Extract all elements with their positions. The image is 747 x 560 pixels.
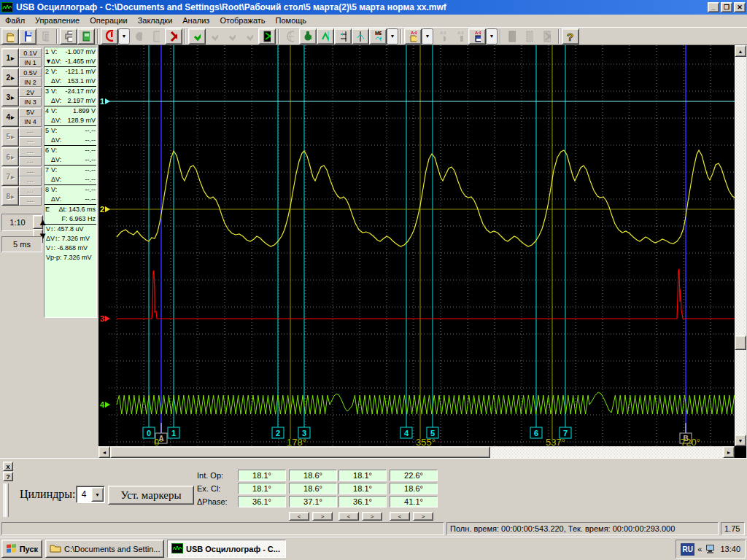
channel-7-range[interactable]: --- [19, 167, 42, 176]
horizontal-scroll-thumb[interactable] [110, 446, 490, 458]
phase-prev-button-0[interactable]: < [289, 512, 309, 521]
memory-button[interactable]: MEM [369, 28, 387, 44]
tray-collapse-arrow[interactable]: « [697, 545, 702, 553]
phase-next-button-2[interactable]: > [413, 512, 433, 521]
channel-7-input[interactable]: --- [19, 176, 42, 186]
channel-5-range[interactable]: --- [19, 128, 42, 137]
menu-Закладки[interactable]: Закладки [133, 15, 178, 26]
scroll-down-button[interactable]: ▼ [735, 435, 746, 446]
task-button-1[interactable]: USB Осциллограф - C... [167, 540, 286, 558]
menu-Управление[interactable]: Управление [30, 15, 85, 26]
phase-prev-button-1[interactable]: < [338, 512, 359, 521]
channel-6-button[interactable]: 6▶ [1, 147, 19, 166]
channel-1-zero-arrow-icon[interactable] [105, 98, 110, 104]
panel-close-button[interactable]: x [3, 462, 13, 471]
panel-help-button[interactable]: ? [3, 472, 13, 481]
scroll-up-button[interactable]: ▲ [735, 45, 746, 57]
scroll-right-button[interactable]: ► [723, 446, 735, 458]
phase-next-button-1[interactable]: > [362, 512, 382, 521]
oscilloscope-display[interactable]: 01234567AB0°178°355°537°720°1234 [98, 45, 735, 446]
channel-1-input[interactable]: IN 1 [19, 58, 42, 67]
time-marker-4-label: 4 [404, 429, 409, 438]
abc-display-button[interactable]: A:B+C [468, 28, 486, 44]
search-button[interactable] [299, 28, 317, 44]
menu-Отображать[interactable]: Отображать [214, 15, 270, 26]
cursor-wave-icon [357, 31, 364, 42]
ratio-up-button[interactable]: ▲ [33, 215, 43, 229]
channel-1-button[interactable]: 1▶ [1, 48, 19, 67]
help-button[interactable]: ? [562, 28, 579, 44]
channel-6-range[interactable]: --- [19, 147, 42, 157]
title-bar: USB Осциллограф - C:\Documents and Setti… [0, 0, 747, 15]
invert-screen-button[interactable] [258, 28, 276, 44]
delete-record-button[interactable] [165, 28, 182, 44]
task-button-0[interactable]: C:\Documents and Settin... [45, 540, 164, 558]
channel-5-input[interactable]: --- [19, 137, 42, 147]
channel-2-input[interactable]: IN 2 [19, 77, 42, 87]
channel-3-v-value: -24.17 mV [64, 87, 96, 96]
timebase-box[interactable]: 5 ms [1, 236, 42, 252]
channel-2-button[interactable]: 2▶ [1, 68, 19, 87]
channel-4-zero-arrow-icon[interactable] [105, 402, 110, 408]
minimize-button[interactable]: _ [708, 2, 719, 12]
channel-2-trigger-mark [45, 77, 51, 86]
cursor-wave-button[interactable] [352, 28, 369, 44]
channel-1-range[interactable]: 0.1V [19, 48, 42, 58]
memory-dropdown[interactable]: ▼ [387, 28, 398, 44]
accept-mark-button[interactable] [188, 28, 206, 44]
cylinders-dropdown-button[interactable]: ▼ [91, 487, 104, 502]
phase-prev-button-2[interactable]: < [390, 512, 410, 521]
channel-4-button[interactable]: 4▶ [1, 108, 19, 127]
channel-3-input[interactable]: IN 3 [19, 97, 42, 106]
channel-2-zero-arrow-icon[interactable] [105, 206, 110, 212]
layout-1-button [503, 28, 521, 44]
channel-3-range[interactable]: 2V [19, 88, 42, 97]
menu-Файл[interactable]: Файл [0, 15, 30, 26]
channel-2-range[interactable]: 0.5V [19, 68, 42, 77]
open-file-button[interactable] [1, 28, 19, 44]
cylinders-select[interactable]: 4 ▼ [76, 486, 105, 503]
channel-3-button[interactable]: 3▶ [1, 88, 19, 106]
abc-open-dropdown[interactable]: ▼ [422, 28, 433, 44]
panel-grip[interactable] [3, 483, 9, 517]
abc-display-dropdown[interactable]: ▼ [486, 28, 498, 44]
device-setup-button[interactable] [77, 28, 95, 44]
print-button[interactable] [60, 28, 77, 44]
channel-4-input[interactable]: IN 4 [19, 117, 42, 127]
channel-5-button[interactable]: 5▶ [1, 128, 19, 147]
restore-button[interactable]: ❐ [721, 2, 732, 12]
channel-6-input[interactable]: --- [19, 157, 42, 166]
menu-Анализ[interactable]: Анализ [177, 15, 214, 26]
channel-8-input[interactable]: --- [19, 196, 42, 206]
save-file-button[interactable] [19, 28, 36, 44]
wave-measure-button[interactable] [317, 28, 334, 44]
language-indicator[interactable]: RU [681, 543, 694, 556]
set-markers-button[interactable]: Уст. маркеры [108, 486, 194, 505]
menu-Операции[interactable]: Операции [85, 15, 132, 26]
svg-text:?: ? [567, 31, 573, 42]
channel-8-button[interactable]: 8▶ [1, 187, 19, 206]
phase-cell: 18.1° [238, 470, 286, 481]
channel-3-value-num: 3 [45, 87, 51, 96]
abc-open-button[interactable]: A:B+C [404, 28, 422, 44]
channel-6-arrow-icon: ▶ [11, 155, 15, 160]
vertical-scrollbar[interactable]: ▲ ▼ [735, 45, 746, 446]
menu-Помощь[interactable]: Помощь [271, 15, 312, 26]
channel-6-v-value: --.-- [64, 146, 96, 155]
start-button[interactable]: Пуск [1, 540, 42, 558]
channel-3-zero-arrow-icon[interactable] [105, 316, 110, 322]
cursor-measure-button[interactable] [334, 28, 352, 44]
horizontal-scrollbar[interactable]: ◄ ► [98, 446, 735, 458]
waveform-canvas[interactable]: 01234567AB0°178°355°537°720°1234 [98, 45, 735, 446]
channel-7-button[interactable]: 7▶ [1, 167, 19, 186]
channel-4-range[interactable]: 5V [19, 108, 42, 117]
vertical-scroll-thumb[interactable] [735, 335, 746, 350]
power-dropdown[interactable]: ▼ [118, 28, 130, 44]
close-button[interactable]: ✕ [734, 2, 746, 12]
windows-logo-icon [6, 544, 17, 554]
scroll-left-button[interactable]: ◄ [98, 446, 110, 458]
clock: 13:40 [720, 545, 740, 553]
channel-8-range[interactable]: --- [19, 187, 42, 196]
power-button[interactable] [101, 28, 118, 44]
phase-next-button-0[interactable]: > [312, 512, 333, 521]
